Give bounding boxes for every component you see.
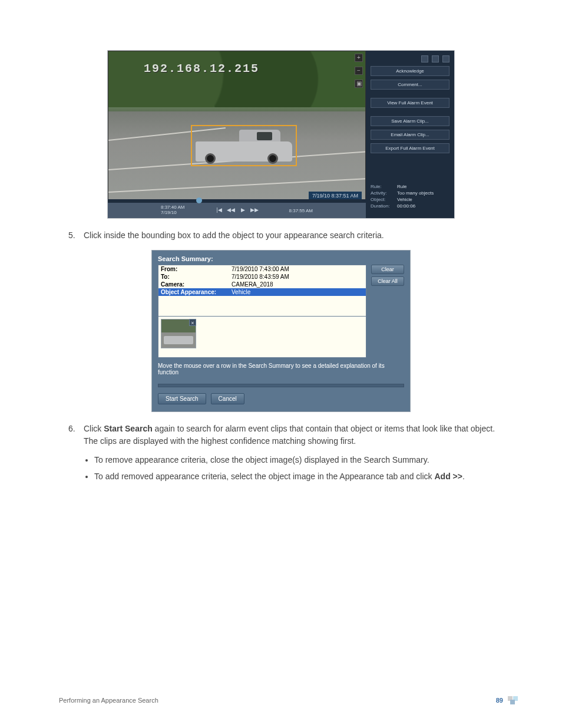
meta-duration-value: 00:00:06 <box>397 203 449 209</box>
skip-back-icon[interactable]: |◀ <box>215 207 223 214</box>
viewer-side-panel: Acknowledge Comment... View Full Alarm E… <box>366 51 454 218</box>
step-5: 5. Click inside the bounding box to add … <box>68 229 503 242</box>
step-6-text: Click Start Search again to search for a… <box>84 423 503 447</box>
panel-icon-2[interactable] <box>432 55 439 62</box>
summary-row-camera[interactable]: Camera: CAMERA_2018 <box>158 281 366 288</box>
summary-object-label: Object Appearance: <box>161 289 232 295</box>
meta-duration-label: Duration: <box>371 203 397 209</box>
fast-forward-icon[interactable]: ▶▶ <box>250 207 259 214</box>
frame-timestamp: 7/19/10 8:37:51 AM <box>309 192 362 200</box>
export-full-alarm-button[interactable]: Export Full Alarm Event <box>371 143 449 153</box>
timeline-start-date: 7/19/10 <box>161 210 184 216</box>
panel-icon-1[interactable] <box>421 55 428 62</box>
footer-section-title: Performing an Appearance Search <box>59 697 158 704</box>
bullet-add-criteria: To add removed appearance criteria, sele… <box>94 470 503 483</box>
start-search-button[interactable]: Start Search <box>158 393 206 404</box>
search-summary-table: From: 7/19/2010 7:43:00 AM To: 7/19/2010… <box>158 265 366 317</box>
appearance-thumbnails: × <box>158 317 366 358</box>
video-frame[interactable]: 192.168.12.215 7/19/10 8:37:51 AM + − ▣ <box>108 51 366 203</box>
summary-camera-label: Camera: <box>161 281 232 288</box>
page-number: 89 <box>496 697 503 704</box>
frame-minus-icon[interactable]: − <box>355 67 363 75</box>
summary-to-value: 7/19/2010 8:43:59 AM <box>232 274 289 280</box>
meta-rule-value: Rule <box>397 184 449 189</box>
step-6: 6. Click Start Search again to search fo… <box>68 423 503 447</box>
summary-row-from[interactable]: From: 7/19/2010 7:43:00 AM <box>158 265 366 273</box>
meta-rule-label: Rule: <box>371 184 397 189</box>
step-6-number: 6. <box>68 423 84 447</box>
page-footer: Performing an Appearance Search 89 <box>59 696 521 704</box>
bullet-remove-criteria: To remove appearance criteria, close the… <box>94 453 503 466</box>
step-5-text: Click inside the bounding box to add the… <box>84 229 503 242</box>
summary-from-label: From: <box>161 266 232 272</box>
search-progress-bar <box>158 384 404 387</box>
footer-logo-icon <box>508 696 521 704</box>
cancel-button[interactable]: Cancel <box>211 393 244 404</box>
summary-row-object-appearance[interactable]: Object Appearance: Vehicle <box>158 288 366 296</box>
ip-overlay: 192.168.12.215 <box>144 62 259 75</box>
step-5-number: 5. <box>68 229 84 242</box>
timeline[interactable]: 8:37:40 AM 7/19/10 |◀ ◀◀ ▶ ▶▶ 8:37:55 AM <box>108 203 366 218</box>
timeline-end-time: 8:37:55 AM <box>289 208 313 213</box>
summary-object-value: Vehicle <box>232 289 250 295</box>
bounding-box[interactable] <box>191 125 297 166</box>
alarm-metadata: Rule: Rule Activity: Too many objects Ob… <box>371 184 449 209</box>
search-summary-panel: Search Summary: From: 7/19/2010 7:43:00 … <box>151 250 411 412</box>
view-full-alarm-button[interactable]: View Full Alarm Event <box>371 98 449 108</box>
save-alarm-clip-button[interactable]: Save Alarm Clip... <box>371 116 449 126</box>
meta-activity-value: Too many objects <box>397 190 449 196</box>
clear-button[interactable]: Clear <box>371 265 404 274</box>
acknowledge-button[interactable]: Acknowledge <box>371 66 449 76</box>
meta-object-label: Object: <box>371 197 397 202</box>
summary-hint: Move the mouse over a row in the Search … <box>158 363 404 375</box>
play-icon[interactable]: ▶ <box>239 207 247 214</box>
summary-from-value: 7/19/2010 7:43:00 AM <box>232 266 289 272</box>
timeline-knob[interactable] <box>196 197 202 203</box>
summary-to-label: To: <box>161 274 232 280</box>
frame-pip-icon[interactable]: ▣ <box>355 80 363 88</box>
thumbnail-close-icon[interactable]: × <box>189 319 196 326</box>
frame-add-icon[interactable]: + <box>355 54 363 62</box>
meta-activity-label: Activity: <box>371 190 397 196</box>
panel-icon-3[interactable] <box>442 55 449 62</box>
clear-all-button[interactable]: Clear All <box>371 276 404 286</box>
alarm-viewer: 192.168.12.215 7/19/10 8:37:51 AM + − ▣ <box>107 50 455 219</box>
search-summary-title: Search Summary: <box>158 255 404 262</box>
summary-row-to[interactable]: To: 7/19/2010 8:43:59 AM <box>158 273 366 281</box>
summary-camera-value: CAMERA_2018 <box>232 281 273 288</box>
comment-button[interactable]: Comment... <box>371 80 449 90</box>
appearance-thumbnail[interactable]: × <box>161 319 196 348</box>
meta-object-value: Vehicle <box>397 197 449 202</box>
email-alarm-clip-button[interactable]: Email Alarm Clip... <box>371 130 449 140</box>
rewind-icon[interactable]: ◀◀ <box>227 207 235 214</box>
viewer-left: 192.168.12.215 7/19/10 8:37:51 AM + − ▣ <box>108 51 366 218</box>
